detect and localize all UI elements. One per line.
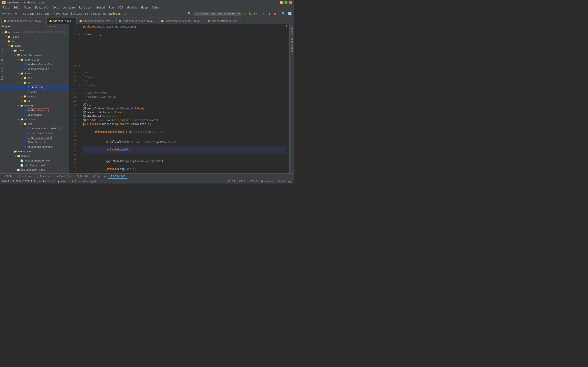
tab-close-addressmapperxml[interactable]: ✕ <box>239 20 241 22</box>
structure-panel-tab[interactable]: Structure <box>0 46 5 64</box>
breadcrumb-mpdemo[interactable]: mp-demo <box>23 12 35 15</box>
bottom-tab-todo[interactable]: ☑ TODO <box>1 174 14 179</box>
bottom-tab-services[interactable]: ⚙ Services <box>108 174 128 179</box>
breadcrumb-id[interactable]: id <box>123 12 127 15</box>
tree-test[interactable]: ▶ 📁 test <box>0 172 69 173</box>
warning-indicator[interactable]: ▲ 1 <box>286 24 289 29</box>
tab-close-addressmapper[interactable]: ✕ <box>112 20 113 22</box>
tree-addressmapperxml[interactable]: 📄 AddressMapper.xml <box>0 158 69 163</box>
menu-edit[interactable]: Edit <box>12 6 22 10</box>
sidebar-close-icon[interactable]: ✕ <box>64 25 67 28</box>
menu-help[interactable]: Help <box>139 6 150 10</box>
statusbar-crlf[interactable]: CRLF <box>238 180 246 183</box>
sidebar-gear-icon[interactable]: ⚙ <box>50 25 52 28</box>
tab-addressmapper[interactable]: AddressMapper.java ✕ <box>77 18 116 24</box>
breadcrumb-src[interactable]: src <box>37 12 42 15</box>
tree-java[interactable]: ▼ 📁 java <box>0 48 69 53</box>
toolbar-search[interactable]: 🔍 <box>187 11 192 17</box>
tree-main[interactable]: ▼ 📁 main <box>0 44 69 48</box>
menu-refactor[interactable]: Refactor <box>77 6 94 10</box>
run-config-selector[interactable]: UserMapperTest.testSaveBatch ▼ <box>193 12 242 16</box>
breadcrumb-java[interactable]: java <box>54 12 61 15</box>
menu-run[interactable]: Run <box>107 6 116 10</box>
tree-addressmapper[interactable]: I AddressMapper <box>0 108 69 112</box>
breadcrumb-itheima[interactable]: itheima <box>70 12 82 15</box>
step-into[interactable]: ↓ <box>267 11 272 16</box>
menu-file[interactable]: File <box>1 6 11 10</box>
tab-address[interactable]: Address.java ✕ <box>47 18 77 24</box>
close-button[interactable] <box>289 1 292 4</box>
code-content[interactable]: package com.itheima.mp.domain.po; import… <box>81 24 286 173</box>
breadcrumb-domain[interactable]: domain <box>91 12 101 15</box>
tree-mpdemoapp[interactable]: C MpDemoApplication <box>0 144 69 149</box>
statusbar-indent[interactable]: 4 spaces <box>260 180 274 183</box>
tab-close-addressserviceimpl[interactable]: ✕ <box>201 20 203 22</box>
menu-build[interactable]: Build <box>95 6 107 10</box>
tree-domain[interactable]: ▼ 📁 domain <box>0 71 69 76</box>
breadcrumb-com[interactable]: com <box>63 12 68 15</box>
breadcrumb-mp[interactable]: mp <box>85 12 88 15</box>
run-button[interactable]: ▶ <box>242 11 247 16</box>
tree-vo[interactable]: ▶ 📁 vo <box>0 99 69 103</box>
menu-vcs[interactable]: VCS <box>116 6 125 10</box>
tree-mpdemo[interactable]: ▼ 📁 mp-demo D:\a桌面\SpringCloud微服务—资料\day… <box>0 30 69 34</box>
tree-addresscontroller[interactable]: C AddressController <box>0 62 69 67</box>
tree-controller[interactable]: ▼ 📁 controller <box>0 57 69 62</box>
menu-view[interactable]: View <box>23 6 33 10</box>
breadcrumb-main[interactable]: main <box>44 12 51 15</box>
tree-address[interactable]: C Address <box>0 85 69 90</box>
maximize-button[interactable] <box>284 1 288 4</box>
tab-iaddressservice[interactable]: IAddressService.java ✕ <box>116 18 158 24</box>
menu-window[interactable]: Window <box>125 6 139 10</box>
tree-idea[interactable]: ▶ 📁 .idea <box>0 34 69 39</box>
step-over[interactable]: ↷ <box>262 11 266 16</box>
statusbar-idea-update[interactable]: IntelliJ IDEA 2024.1.1 available // Upda… <box>2 180 96 183</box>
toolbar-settings[interactable]: ⚙ <box>13 11 19 17</box>
tab-addressserviceimpl[interactable]: AddressServiceImpl.java ✕ <box>159 18 205 24</box>
menu-code[interactable]: Code <box>51 6 61 10</box>
toolbar-update[interactable]: 🔄 <box>287 11 293 17</box>
tree-user[interactable]: C User <box>0 90 69 94</box>
debug-button[interactable]: 🐛 <box>248 11 253 16</box>
maven-panel-tab[interactable]: Maven <box>290 24 294 35</box>
codeglance-panel-tab[interactable]: CodeGlance <box>290 35 294 54</box>
fold-marker-import[interactable]: ▶ <box>78 33 81 36</box>
fold-marker-javadoc[interactable]: ▼ <box>78 64 81 68</box>
fold-marker-class[interactable]: ▼ <box>78 83 81 87</box>
tree-dto[interactable]: ▶ 📁 dto <box>0 76 69 80</box>
tree-mapper[interactable]: ▼ 📁 mapper <box>0 103 69 108</box>
tree-iuserservice[interactable]: I IUserService <box>0 140 69 144</box>
statusbar-event-log[interactable]: Event Log <box>277 180 292 183</box>
sidebar-expand-icon[interactable]: ⤢ <box>60 25 64 28</box>
menu-navigate[interactable]: Navigate <box>33 6 50 10</box>
breadcrumb-address[interactable]: Address <box>109 12 121 15</box>
tree-addressserviceimpl[interactable]: C AddressServiceImpl <box>0 126 69 131</box>
tree-po[interactable]: ▼ 📁 po <box>0 80 69 85</box>
breadcrumb-po[interactable]: po <box>103 12 106 15</box>
code-editor[interactable]: 1 2 3 13 14 15 16 17 18 19 20 21 22 23 2… <box>69 24 289 173</box>
toolbar-find[interactable]: 🔍 <box>281 11 286 17</box>
tree-service[interactable]: ▼ 📁 service <box>0 117 69 122</box>
tree-iaddressservice[interactable]: I IAddressService <box>0 135 69 140</box>
tree-src[interactable]: ▼ 📁 src <box>0 39 69 44</box>
statusbar-charset[interactable]: UTF-8 <box>249 180 258 183</box>
tab-close-iaddressservice[interactable]: ✕ <box>155 20 156 22</box>
tree-usermapperxml[interactable]: 📄 UserMapper.xml <box>0 163 69 167</box>
tab-close-address[interactable]: ✕ <box>73 20 74 22</box>
favorites-panel-tab[interactable]: Favorites <box>0 64 5 82</box>
sidebar-sort-icon[interactable]: ↕ <box>57 25 60 28</box>
tree-impl[interactable]: ▼ 📁 impl <box>0 122 69 126</box>
bottom-tab-spring[interactable]: 🌿 Spring <box>91 174 108 179</box>
tab-addressmapperxml[interactable]: AddressMapper.xml ✕ <box>206 18 243 24</box>
tab-addresscontroller[interactable]: AddressController.java ✕ <box>1 18 47 24</box>
tree-userserviceimpl[interactable]: C UserServiceImpl <box>0 131 69 135</box>
bottom-tab-profiler[interactable]: ◈ Profiler <box>55 174 74 179</box>
tree-usercontroller[interactable]: C UserController <box>0 67 69 71</box>
tree-package[interactable]: ▼ 📦 com.itheima.mp <box>0 53 69 57</box>
stop-button[interactable]: ⏹ <box>273 11 277 16</box>
bottom-tab-build[interactable]: 🔨 Build <box>74 174 90 179</box>
tab-close-addresscontroller[interactable]: ✕ <box>43 20 44 22</box>
bottom-tab-problems[interactable]: ⚠ Problems <box>15 174 34 179</box>
tree-usermapper[interactable]: I UserMapper <box>0 112 69 117</box>
run-with-coverage[interactable]: ▶% <box>254 11 258 16</box>
